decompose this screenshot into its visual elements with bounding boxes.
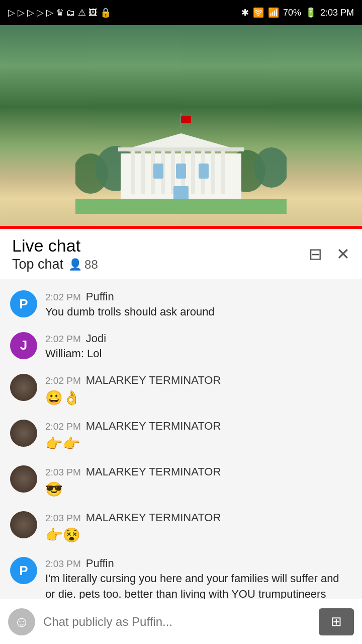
message-author: MALARKEY TERMINATOR (86, 420, 221, 433)
status-icons: ▷ ▷ ▷ ▷ ▷ ♛ 🗂 ⚠ 🖼 🔒 (8, 7, 111, 18)
message-meta: 2:02 PM MALARKEY TERMINATOR (45, 420, 352, 433)
message-author: Puffin (86, 290, 114, 303)
message-author: Jodi (86, 332, 106, 345)
app-icon-3: ▷ (27, 7, 34, 18)
message-time: 2:03 PM (45, 513, 81, 524)
status-bar: ▷ ▷ ▷ ▷ ▷ ♛ 🗂 ⚠ 🖼 🔒 ✱ 🛜 📶 70% 🔋 2:03 PM (0, 0, 362, 25)
avatar (10, 465, 37, 493)
message-content: 2:03 PM MALARKEY TERMINATOR 👉😵 (45, 511, 352, 545)
message-content: 2:03 PM MALARKEY TERMINATOR 😎 (45, 465, 352, 499)
time: 2:03 PM (320, 8, 354, 18)
viewer-count: 👤 88 (68, 258, 98, 272)
message-text: I'm literally cursing you here and your … (45, 571, 352, 602)
app-icon-7: 🗂 (66, 8, 75, 18)
message-author: MALARKEY TERMINATOR (86, 511, 221, 524)
chat-message: 2:03 PM MALARKEY TERMINATOR 😎 (0, 459, 362, 505)
message-text: William: Lol (45, 346, 352, 362)
input-bar: ☺ ⊞ (0, 599, 362, 644)
viewer-count-number: 88 (84, 258, 98, 272)
video-thumbnail (75, 113, 287, 214)
message-meta: 2:02 PM MALARKEY TERMINATOR (45, 374, 352, 387)
avatar: P (10, 557, 37, 584)
avatar (10, 420, 37, 447)
avatar (10, 511, 37, 538)
message-content: 2:02 PM MALARKEY TERMINATOR 😀👌 (45, 374, 352, 408)
avatar: J (10, 332, 37, 359)
message-time: 2:03 PM (45, 558, 81, 570)
chat-message: 2:03 PM MALARKEY TERMINATOR 👉😵 (0, 505, 362, 551)
live-chat-header: Live chat Top chat 👤 88 ⊟ ✕ (0, 229, 362, 279)
app-icon-10: 🔒 (100, 7, 111, 18)
svg-rect-22 (181, 116, 191, 123)
message-meta: 2:03 PM MALARKEY TERMINATOR (45, 465, 352, 478)
chat-area: P 2:02 PM Puffin You dumb trolls should … (0, 279, 362, 613)
svg-rect-16 (118, 147, 244, 151)
svg-marker-15 (128, 133, 234, 148)
message-text: 😀👌 (45, 388, 352, 408)
message-text: You dumb trolls should ask around (45, 304, 352, 320)
svg-rect-14 (221, 148, 225, 194)
message-text: 👉👉 (45, 434, 352, 453)
app-icon-1: ▷ (8, 7, 15, 18)
app-icon-2: ▷ (18, 7, 25, 18)
send-icon: ⊞ (331, 614, 342, 629)
top-chat-label: Top chat (12, 257, 63, 272)
svg-rect-5 (131, 148, 135, 194)
app-icon-5: ▷ (46, 7, 53, 18)
message-content: 2:02 PM MALARKEY TERMINATOR 👉👉 (45, 420, 352, 453)
message-author: Puffin (86, 557, 114, 570)
message-meta: 2:02 PM Jodi (45, 332, 352, 345)
message-author: MALARKEY TERMINATOR (86, 465, 221, 478)
message-text: 😎 (45, 479, 352, 499)
chat-message: 2:02 PM MALARKEY TERMINATOR 😀👌 (0, 368, 362, 414)
message-time: 2:02 PM (45, 421, 81, 432)
bluetooth-icon: ✱ (241, 7, 249, 18)
top-chat-row: Top chat 👤 88 (12, 257, 309, 272)
app-icon-4: ▷ (37, 7, 44, 18)
message-meta: 2:03 PM Puffin (45, 557, 352, 570)
message-time: 2:02 PM (45, 375, 81, 386)
avatar: P (10, 290, 37, 317)
app-icon-9: 🖼 (88, 8, 98, 18)
message-time: 2:03 PM (45, 467, 81, 478)
chat-titles: Live chat Top chat 👤 88 (12, 235, 309, 273)
message-content: 2:02 PM Puffin You dumb trolls should as… (45, 290, 352, 320)
chat-input[interactable] (43, 615, 311, 629)
chat-message: J 2:02 PM Jodi William: Lol (0, 326, 362, 368)
svg-rect-6 (141, 148, 145, 194)
person-icon: 👤 (68, 258, 82, 271)
message-content: 2:03 PM Puffin I'm literally cursing you… (45, 557, 352, 602)
message-time: 2:02 PM (45, 292, 81, 303)
header-actions: ⊟ ✕ (309, 245, 350, 264)
battery-icon: 🔋 (305, 7, 316, 18)
svg-rect-11 (191, 148, 195, 194)
filter-icon[interactable]: ⊟ (309, 245, 322, 264)
message-text: 👉😵 (45, 525, 352, 545)
chat-message: 2:02 PM MALARKEY TERMINATOR 👉👉 (0, 414, 362, 459)
app-icon-8: ⚠ (78, 7, 86, 18)
avatar (10, 374, 37, 401)
emoji-button[interactable]: ☺ (8, 608, 35, 635)
video-player[interactable] (0, 25, 362, 229)
live-chat-label: Live chat (12, 235, 309, 256)
svg-rect-18 (176, 164, 186, 179)
status-indicators: ✱ 🛜 📶 70% 🔋 2:03 PM (241, 7, 354, 18)
app-icon-6: ♛ (56, 7, 64, 18)
message-author: MALARKEY TERMINATOR (86, 374, 221, 387)
message-meta: 2:02 PM Puffin (45, 290, 352, 303)
message-meta: 2:03 PM MALARKEY TERMINATOR (45, 511, 352, 524)
svg-rect-17 (153, 164, 163, 179)
svg-rect-19 (199, 164, 209, 179)
message-content: 2:02 PM Jodi William: Lol (45, 332, 352, 362)
svg-rect-23 (75, 199, 287, 214)
svg-rect-13 (211, 148, 215, 194)
send-button[interactable]: ⊞ (319, 608, 354, 635)
message-time: 2:02 PM (45, 334, 81, 345)
battery-text: 70% (283, 8, 301, 18)
wifi-icon: 🛜 (253, 7, 264, 18)
close-icon[interactable]: ✕ (336, 245, 350, 264)
chat-message: P 2:02 PM Puffin You dumb trolls should … (0, 284, 362, 326)
signal-icon: 📶 (268, 7, 279, 18)
